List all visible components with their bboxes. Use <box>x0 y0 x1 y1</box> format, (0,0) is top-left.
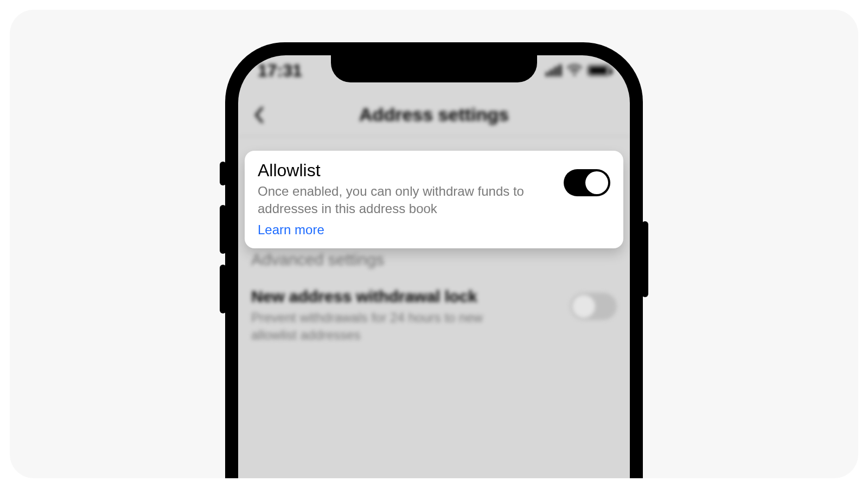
advanced-settings-label: Advanced settings <box>251 251 617 269</box>
allowlist-learn-more-link[interactable]: Learn more <box>258 222 324 237</box>
phone-notch <box>331 55 537 82</box>
phone-frame: 17:31 Address setti <box>225 42 643 478</box>
power-button[interactable] <box>642 221 648 297</box>
volume-down-button[interactable] <box>220 265 226 313</box>
blurred-background: 17:31 Address setti <box>238 55 630 478</box>
page-title: Address settings <box>359 104 509 125</box>
phone-screen: 17:31 Address setti <box>238 55 630 478</box>
volume-up-button[interactable] <box>220 205 226 254</box>
withdrawal-lock-row: New address withdrawal lock Prevent with… <box>251 287 617 344</box>
allowlist-toggle[interactable] <box>564 169 610 196</box>
nav-header: Address settings <box>238 93 630 137</box>
back-button[interactable] <box>247 103 271 127</box>
allowlist-card: Allowlist Once enabled, you can only wit… <box>245 151 623 248</box>
wifi-icon <box>567 61 582 81</box>
stage: 17:31 Address setti <box>10 10 858 478</box>
battery-icon <box>588 65 610 76</box>
withdrawal-lock-toggle[interactable] <box>570 293 617 320</box>
allowlist-title: Allowlist <box>258 160 551 181</box>
withdrawal-lock-title: New address withdrawal lock <box>251 287 559 306</box>
mute-switch[interactable] <box>220 162 226 185</box>
withdrawal-lock-description: Prevent withdrawals for 24 hours to new … <box>251 309 506 344</box>
allowlist-description: Once enabled, you can only withdraw fund… <box>258 183 551 218</box>
advanced-settings-section: Advanced settings New address withdrawal… <box>251 251 617 344</box>
status-time: 17:31 <box>258 61 302 81</box>
cellular-icon <box>546 65 561 76</box>
